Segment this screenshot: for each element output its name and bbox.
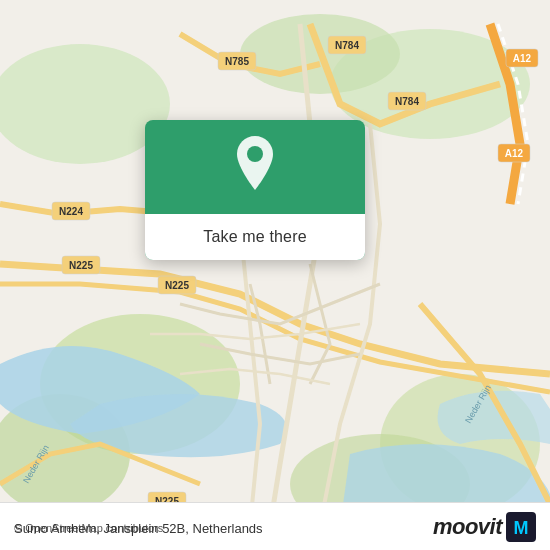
- moovit-logo: moovit M: [433, 512, 536, 542]
- location-icon-wrap: [227, 138, 283, 194]
- popup-card: Take me there: [145, 120, 365, 260]
- address-text: Sumo Arnhem, Jansplein 52B, Netherlands: [14, 521, 263, 536]
- map-svg: N784 A12 A12 N785 N784 N224 N225 N225 N2…: [0, 0, 550, 550]
- svg-text:N225: N225: [165, 280, 189, 291]
- svg-text:A12: A12: [505, 148, 524, 159]
- svg-text:N784: N784: [335, 40, 359, 51]
- svg-text:N784: N784: [395, 96, 419, 107]
- svg-text:N225: N225: [69, 260, 93, 271]
- map-container: N784 A12 A12 N785 N784 N224 N225 N225 N2…: [0, 0, 550, 550]
- svg-text:M: M: [514, 518, 529, 538]
- svg-text:N224: N224: [59, 206, 83, 217]
- svg-text:A12: A12: [513, 53, 532, 64]
- moovit-logo-text: moovit: [433, 514, 502, 540]
- moovit-m-icon: M: [506, 512, 536, 542]
- svg-text:N785: N785: [225, 56, 249, 67]
- take-me-there-button[interactable]: Take me there: [145, 214, 365, 260]
- svg-point-28: [247, 146, 263, 162]
- location-pin-icon: [229, 136, 281, 196]
